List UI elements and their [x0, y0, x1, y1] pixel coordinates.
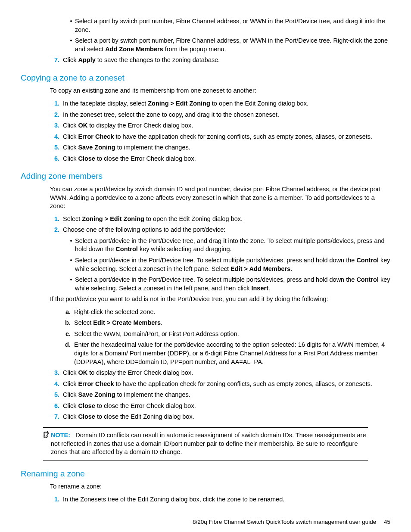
step-item: d.Enter the hexadecimal value for the po…	[61, 341, 390, 366]
step-number: 6.	[50, 155, 63, 163]
sec2-steps-b: 3.Click OK to display the Error Check di…	[50, 369, 390, 421]
top-step-list: 7.Click Apply to save the changes to the…	[50, 56, 390, 65]
note-body: NOTE: Domain ID conflicts can result in …	[51, 431, 368, 457]
footer-doc-title: 8/20q Fibre Channel Switch QuickTools sw…	[193, 519, 376, 525]
step-item: 2.In the zoneset tree, select the zone t…	[50, 111, 390, 119]
step-text: Click OK to display the Error Check dial…	[63, 369, 193, 377]
step-letter: b.	[61, 319, 74, 327]
note-icon	[43, 431, 51, 440]
step-letter: c.	[61, 330, 74, 339]
step-item: 1.In the faceplate display, select Zonin…	[50, 100, 390, 108]
step-number: 5.	[50, 391, 63, 399]
step-number: 4.	[50, 133, 63, 141]
step-text: Click OK to display the Error Check dial…	[63, 121, 193, 130]
bullet-text: Select a port by switch port number, Fib…	[75, 17, 390, 34]
step-number: 6.	[50, 402, 63, 411]
step-number: 5.	[50, 143, 63, 152]
bullet-text: Select a port/device in the Port/Device …	[75, 276, 390, 292]
step-number: 2.	[50, 226, 63, 234]
step-number: 1.	[50, 100, 63, 108]
step-item: 2.Choose one of the following options to…	[50, 226, 390, 234]
step-text: Click Apply to save the changes to the z…	[63, 56, 220, 65]
step-text: Click Save Zoning to implement the chang…	[63, 143, 190, 152]
note-label: NOTE:	[51, 432, 70, 439]
bullet-text: Select a port/device in the Port/Device …	[75, 237, 390, 254]
step-text: Select Zoning > Edit Zoning to open the …	[63, 215, 243, 224]
step-item: 1.In the Zonesets tree of the Edit Zonin…	[50, 495, 390, 504]
step-number: 1.	[50, 215, 63, 224]
step-number: 7.	[50, 413, 63, 421]
step-item: 7.Click Close to close the Edit Zoning d…	[50, 413, 390, 421]
step-text: Click Error Check to have the applicatio…	[63, 380, 372, 389]
bullet-text: Select a port/device in the Port/Device …	[75, 256, 390, 273]
bullet-dot: •	[67, 276, 75, 292]
sec3-steps: 1.In the Zonesets tree of the Edit Zonin…	[50, 495, 390, 504]
step-item: 3.Click OK to display the Error Check di…	[50, 369, 390, 377]
bullet-item: •Select a port/device in the Port/Device…	[67, 276, 390, 292]
step-item: 4.Click Error Check to have the applicat…	[50, 380, 390, 389]
step-text: Click Close to close the Error Check dia…	[63, 155, 196, 163]
step-number: 1.	[50, 495, 63, 504]
mid-paragraph: If the port/device you want to add is no…	[50, 295, 390, 304]
bullet-item: •Select a port/device in the Port/Device…	[67, 256, 390, 273]
step-text: Click Close to close the Edit Zoning dia…	[63, 413, 194, 421]
step-text: In the Zonesets tree of the Edit Zoning …	[63, 495, 284, 504]
step-item: 3.Click OK to display the Error Check di…	[50, 121, 390, 130]
sec2-steps-a: 1.Select Zoning > Edit Zoning to open th…	[50, 215, 390, 234]
step-letter: d.	[61, 341, 74, 366]
bullet-item: •Select a port by switch port number, Fi…	[67, 37, 390, 53]
top-sub-bullets: •Select a port by switch port number, Fi…	[67, 17, 390, 53]
page-footer: 8/20q Fibre Channel Switch QuickTools sw…	[21, 518, 390, 526]
step-number: 4.	[50, 380, 63, 389]
step-item: 5.Click Save Zoning to implement the cha…	[50, 391, 390, 399]
sec2-alpha-steps: a.Right-click the selected zone. b.Selec…	[61, 308, 390, 366]
sec2-sub-bullets: •Select a port/device in the Port/Device…	[67, 237, 390, 292]
step-letter: a.	[61, 308, 74, 317]
step-item: 6.Click Close to close the Error Check d…	[50, 402, 390, 411]
step-text: Click Save Zoning to implement the chang…	[63, 391, 190, 399]
step-number: 7.	[50, 56, 63, 65]
step-text: Select the WWN, Domain/Port, or First Po…	[74, 330, 239, 339]
heading-adding-members: Adding zone members	[21, 171, 390, 182]
bullet-text: Select a port by switch port number, Fib…	[75, 37, 390, 53]
heading-copying-zone: Copying a zone to a zoneset	[21, 72, 390, 84]
divider	[43, 460, 368, 460]
step-item: 4.Click Error Check to have the applicat…	[50, 133, 390, 141]
sec1-steps: 1.In the faceplate display, select Zonin…	[50, 100, 390, 163]
bullet-dot: •	[67, 237, 75, 254]
step-text: Enter the hexadecimal value for the port…	[74, 341, 390, 366]
bullet-dot: •	[67, 17, 75, 34]
step-number: 3.	[50, 121, 63, 130]
step-item: c.Select the WWN, Domain/Port, or First …	[61, 330, 390, 339]
step-text: Click Close to close the Error Check dia…	[63, 402, 196, 411]
step-item: a.Right-click the selected zone.	[61, 308, 390, 317]
step-text: Select Edit > Create Members.	[74, 319, 162, 327]
bullet-dot: •	[67, 256, 75, 273]
bullet-dot: •	[67, 37, 75, 53]
step-number: 3.	[50, 369, 63, 377]
step-text: Right-click the selected zone.	[74, 308, 156, 317]
step-text: Click Error Check to have the applicatio…	[63, 133, 372, 141]
bullet-item: •Select a port by switch port number, Fi…	[67, 17, 390, 34]
step-item: b.Select Edit > Create Members.	[61, 319, 390, 327]
heading-renaming-zone: Renaming a zone	[21, 468, 390, 479]
intro-paragraph: To rename a zone:	[50, 482, 390, 491]
note-row: NOTE: Domain ID conflicts can result in …	[43, 431, 368, 457]
step-item: 6.Click Close to close the Error Check d…	[50, 155, 390, 163]
step-text: In the faceplate display, select Zoning …	[63, 100, 308, 108]
step-text: In the zoneset tree, select the zone to …	[63, 111, 279, 119]
step-item: 7.Click Apply to save the changes to the…	[50, 56, 390, 65]
note-callout: NOTE: Domain ID conflicts can result in …	[43, 427, 368, 460]
divider	[43, 427, 368, 428]
bullet-item: •Select a port/device in the Port/Device…	[67, 237, 390, 254]
step-number: 2.	[50, 111, 63, 119]
step-item: 5.Click Save Zoning to implement the cha…	[50, 143, 390, 152]
step-item: 1.Select Zoning > Edit Zoning to open th…	[50, 215, 390, 224]
note-text-content: Domain ID conflicts can result in automa…	[51, 432, 366, 455]
footer-page-number: 45	[384, 519, 390, 525]
intro-paragraph: You can zone a port/device by switch dom…	[50, 185, 390, 211]
intro-paragraph: To copy an existing zone and its members…	[50, 87, 390, 95]
step-text: Choose one of the following options to a…	[63, 226, 225, 234]
